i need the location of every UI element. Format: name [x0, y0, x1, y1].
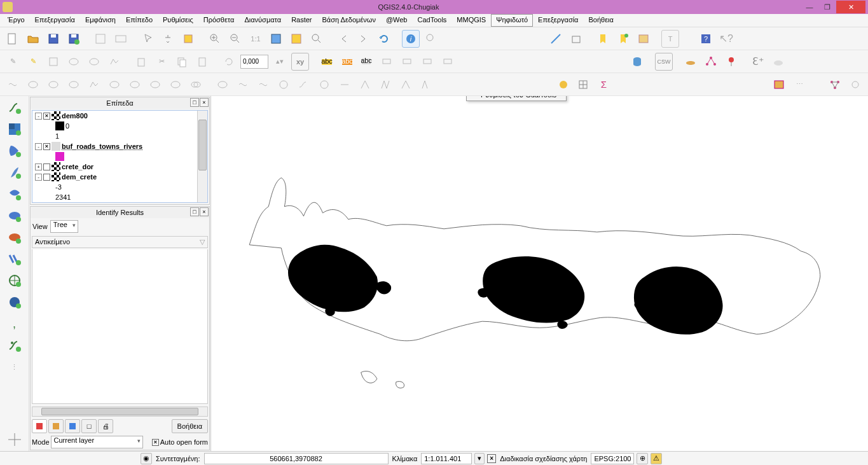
identify-dropdown-icon[interactable]: [422, 30, 440, 48]
pointer-icon[interactable]: [139, 30, 156, 48]
db-manager-icon[interactable]: [628, 53, 646, 71]
help-icon[interactable]: ?: [697, 30, 715, 48]
plugin-node-icon[interactable]: [702, 53, 720, 71]
plugin-nodes-icon[interactable]: [826, 76, 844, 94]
label-show-icon[interactable]: [379, 53, 397, 71]
epsg-field[interactable]: EPSG:2100: [591, 453, 634, 464]
adv-tool-10-icon[interactable]: [187, 76, 205, 94]
plugin-cloud-icon[interactable]: [769, 53, 787, 71]
identify-print-button[interactable]: 🖨: [98, 419, 113, 433]
plugin-grid-icon[interactable]: [575, 76, 593, 94]
identify-icon[interactable]: i: [402, 30, 420, 48]
menu-βάση δεδομένων[interactable]: Βάση Δεδομένων: [317, 14, 381, 27]
identify-help-button[interactable]: Βοήθεια: [172, 419, 208, 433]
adv-tool-9-icon[interactable]: [167, 76, 184, 94]
plugin-shell-icon[interactable]: [682, 53, 699, 71]
layer-row[interactable]: -3: [32, 182, 207, 192]
messages-button[interactable]: ⚠: [651, 453, 662, 464]
xy-icon[interactable]: xy: [291, 53, 309, 71]
open-icon[interactable]: [24, 30, 42, 48]
bookmark-new-icon[interactable]: [614, 30, 632, 48]
add-more-icon[interactable]: ⋮: [5, 358, 24, 376]
copy-icon[interactable]: [173, 53, 191, 71]
refresh-icon[interactable]: [375, 30, 393, 48]
identify-view-select[interactable]: Tree: [50, 220, 78, 233]
add-feature-icon[interactable]: [65, 53, 83, 71]
label-abc-yellow-icon[interactable]: abc: [318, 53, 336, 71]
menu-επίπεδο[interactable]: Επίπεδο: [121, 14, 158, 27]
layer-row[interactable]: +crete_dor: [32, 162, 207, 172]
adv-tool-1-icon[interactable]: [4, 76, 22, 94]
menu-@web[interactable]: @Web: [381, 14, 413, 27]
layers-tree[interactable]: -dem80001-buf_roads_towns_rivers+crete_d…: [32, 110, 208, 203]
adv-tool-17-icon[interactable]: [336, 76, 354, 94]
toggle-extents-button[interactable]: ◉: [141, 453, 152, 464]
plugin-gear-icon[interactable]: [846, 76, 864, 94]
adv-tool-5-icon[interactable]: [85, 76, 103, 94]
add-oracle-icon[interactable]: [5, 207, 24, 225]
label-pin-icon[interactable]: abc: [359, 53, 376, 71]
scale-field[interactable]: 1:1.011.401: [421, 453, 472, 464]
layer-row[interactable]: [32, 151, 207, 162]
menu-cadtools[interactable]: CadTools: [413, 14, 452, 27]
zoom-next-icon[interactable]: [355, 30, 373, 48]
delete-selected-icon[interactable]: [132, 53, 150, 71]
layers-scrollbar[interactable]: [197, 111, 207, 202]
adv-tool-11-icon[interactable]: [214, 76, 231, 94]
minimize-button[interactable]: —: [801, 1, 818, 13]
zoom-layer-icon[interactable]: [308, 30, 326, 48]
identify-hscroll[interactable]: [32, 406, 208, 417]
adv-tool-14-icon[interactable]: [275, 76, 293, 94]
scale-dropdown-button[interactable]: ▾: [474, 453, 485, 464]
measure-icon[interactable]: [547, 30, 565, 48]
bookmark-icon[interactable]: [594, 30, 612, 48]
adv-tool-3-icon[interactable]: [45, 76, 62, 94]
label-abc-orange-icon[interactable]: abc: [338, 53, 356, 71]
whatsthis-icon[interactable]: ↖?: [717, 30, 735, 48]
menu-έργο[interactable]: Έργο: [3, 14, 30, 27]
adv-tool-21-icon[interactable]: [417, 76, 435, 94]
layers-undock-button[interactable]: □: [190, 98, 199, 107]
auto-open-checkbox[interactable]: [152, 439, 159, 446]
menu-βοήθεια[interactable]: Βοήθεια: [583, 14, 618, 27]
save-as-icon[interactable]: [65, 30, 83, 48]
plugin-sigma-icon[interactable]: Σ: [595, 76, 612, 94]
pan-icon[interactable]: [159, 30, 177, 48]
layer-row[interactable]: 1: [32, 131, 207, 141]
pan-selection-icon[interactable]: [179, 30, 197, 48]
adv-tool-4-icon[interactable]: [65, 76, 83, 94]
plugin-circle-icon[interactable]: [555, 76, 572, 94]
identify-mode-select[interactable]: Current layer: [51, 436, 143, 448]
add-text-icon[interactable]: ,: [5, 315, 24, 333]
layer-row[interactable]: 0: [32, 121, 207, 131]
add-mssql-icon[interactable]: [5, 185, 24, 203]
save-edits-icon[interactable]: [45, 53, 62, 71]
menu-ρυθμίσεις[interactable]: Ρυθμίσεις: [158, 14, 198, 27]
print-composer-icon[interactable]: [92, 30, 109, 48]
rotate-icon[interactable]: [220, 53, 238, 71]
bookmark-list-icon[interactable]: [635, 30, 652, 48]
identify-copy-button[interactable]: [65, 419, 80, 433]
menu-επεξεργασία[interactable]: Επεξεργασία: [533, 14, 583, 27]
adv-tool-7-icon[interactable]: [126, 76, 144, 94]
identify-expand-button[interactable]: [32, 419, 47, 433]
add-raster-icon[interactable]: [5, 120, 24, 138]
zoom-out-icon[interactable]: [226, 30, 244, 48]
layer-row[interactable]: -buf_roads_towns_rivers: [32, 141, 207, 151]
new-project-icon[interactable]: [4, 30, 22, 48]
adv-tool-16-icon[interactable]: [315, 76, 333, 94]
layers-close-button[interactable]: ×: [200, 98, 209, 107]
label-change-icon[interactable]: [440, 53, 458, 71]
add-wcs-icon[interactable]: [5, 250, 24, 268]
label-rotate-icon[interactable]: [420, 53, 437, 71]
menu-item[interactable]: Ρυθμίσεις του GdalTools: [467, 96, 566, 101]
add-postgis-icon[interactable]: [5, 142, 24, 160]
identify-collapse-button[interactable]: [48, 419, 64, 433]
adv-tool-2-icon[interactable]: [24, 76, 42, 94]
zoom-last-icon[interactable]: [334, 30, 352, 48]
add-delimited-icon[interactable]: [5, 293, 24, 311]
zoom-full-icon[interactable]: [267, 30, 285, 48]
plugin-pin-icon[interactable]: [722, 53, 740, 71]
menu-mmqgis[interactable]: MMQGIS: [451, 14, 491, 27]
layer-row[interactable]: -dem_crete: [32, 172, 207, 182]
